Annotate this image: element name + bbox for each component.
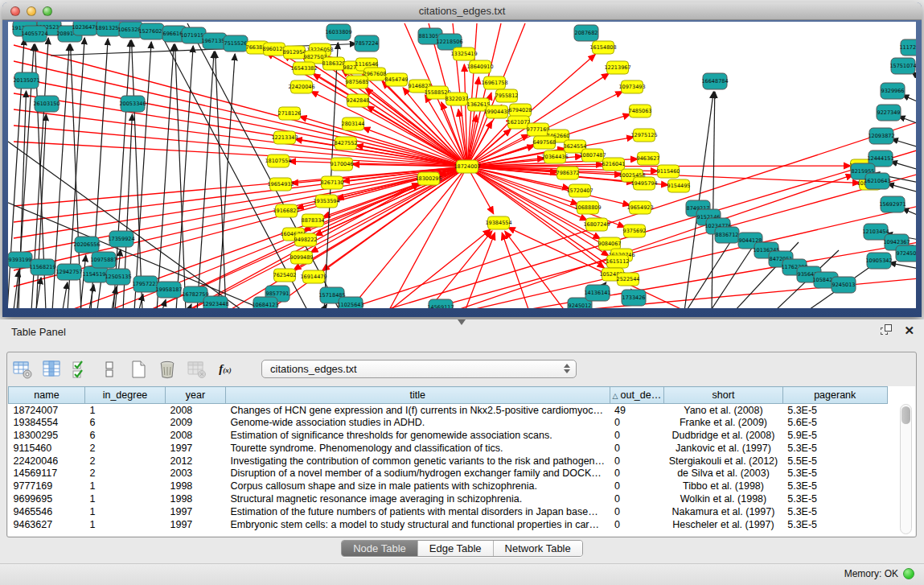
table-selector[interactable]: citations_edges.txt [261, 360, 577, 378]
table-row[interactable]: 977716911998Corpus callosum shape and si… [9, 480, 888, 492]
black-edge[interactable] [113, 40, 130, 308]
black-edge[interactable] [898, 116, 916, 124]
table-cell[interactable]: Jankovic et al. (1997) [664, 442, 783, 455]
black-edge[interactable] [189, 304, 191, 308]
table-row[interactable]: 946554611997Estimation of the future num… [9, 505, 888, 518]
table-cell[interactable]: 1997 [166, 505, 226, 518]
table-cell[interactable]: Tibbo et al. (1998) [664, 480, 783, 492]
scrollbar-thumb[interactable] [901, 406, 910, 424]
red-edge[interactable] [14, 45, 467, 167]
pane-toggle-icon[interactable] [99, 359, 120, 380]
red-edge[interactable] [14, 142, 467, 167]
table-cell[interactable]: 5.3E-5 [782, 492, 887, 505]
table-cell[interactable]: 1 [85, 492, 166, 505]
table-cell[interactable]: 1997 [166, 518, 226, 531]
black-edge[interactable] [712, 92, 715, 308]
table-cell[interactable]: 2 [85, 455, 166, 468]
table-cell[interactable]: Embryonic stem cells: a model to study s… [226, 518, 610, 531]
table-cell[interactable]: 5.3E-5 [782, 404, 887, 417]
table-row[interactable]: 969969511998Structural magnetic resonanc… [9, 492, 888, 505]
table-cell[interactable]: 1 [85, 404, 166, 417]
table-cell[interactable]: 9465546 [9, 505, 85, 518]
table-row[interactable]: 2242004622012Investigating the contribut… [9, 455, 888, 468]
table-cell[interactable]: 2 [85, 442, 166, 455]
table-cell[interactable]: Dudbridge et al. (2008) [664, 429, 783, 442]
column-header-title[interactable]: title [226, 387, 610, 404]
table-cell[interactable]: 5.3E-5 [782, 518, 887, 531]
table-cell[interactable]: 18724007 [9, 404, 85, 417]
black-edge[interactable] [63, 282, 68, 308]
table-cell[interactable]: 0 [610, 492, 664, 505]
table-cell[interactable]: 18300295 [9, 429, 85, 442]
table-cell[interactable]: 0 [610, 455, 664, 468]
table-cell[interactable]: 6 [85, 416, 166, 429]
table-row[interactable]: 1938455462009Genome-wide association stu… [9, 416, 888, 429]
tab-edge-table[interactable]: Edge Table [417, 541, 493, 556]
table-cell[interactable]: 1 [85, 518, 166, 531]
delete-icon[interactable] [157, 359, 178, 380]
table-cell[interactable]: Yano et al. (2008) [664, 404, 783, 417]
table-settings-icon[interactable] [12, 359, 33, 380]
function-builder-icon[interactable]: f(x) [215, 359, 236, 380]
column-visibility-icon[interactable] [41, 359, 62, 380]
table-cell[interactable]: 0 [610, 518, 664, 531]
column-header-name[interactable]: name [9, 387, 85, 404]
column-header-year[interactable]: year [166, 387, 226, 404]
table-cell[interactable]: 1998 [166, 480, 226, 492]
table-row[interactable]: 1830029562008Estimation of significance … [9, 429, 888, 442]
table-cell[interactable]: de Silva et al. (2003) [664, 467, 783, 480]
table-cell[interactable]: Corpus callosum shape and size in male p… [226, 480, 610, 492]
table-cell[interactable]: Tourette syndrome. Phenomenology and cla… [226, 442, 610, 455]
red-edge[interactable] [14, 167, 467, 206]
network-graph[interactable]: 1872400718300295193845541913255020025236… [8, 22, 916, 308]
network-canvas[interactable]: 1872400718300295193845541913255020025236… [8, 22, 916, 308]
table-cell[interactable]: 0 [610, 467, 664, 480]
table-cell[interactable]: 5.9E-5 [782, 429, 887, 442]
table-cell[interactable]: 2008 [166, 404, 226, 417]
table-cell[interactable]: 0 [610, 480, 664, 492]
close-panel-icon[interactable]: ✕ [904, 324, 914, 336]
tab-network-table[interactable]: Network Table [493, 541, 582, 556]
table-cell[interactable]: Franke et al. (2009) [664, 416, 783, 429]
red-edge[interactable] [14, 93, 467, 167]
table-row[interactable]: 911546021997Tourette syndrome. Phenomeno… [9, 442, 888, 455]
table-cell[interactable]: 1 [85, 480, 166, 492]
table-cell[interactable]: 0 [610, 429, 664, 442]
black-edge[interactable] [324, 43, 338, 308]
column-header-pagerank[interactable]: pagerank [782, 387, 887, 404]
table-cell[interactable]: Genome-wide association studies in ADHD. [226, 416, 610, 429]
table-cell[interactable]: 22420046 [9, 455, 85, 468]
table-cell[interactable]: 49 [610, 404, 664, 417]
table-cell[interactable]: Wolkin et al. (1998) [664, 492, 783, 505]
table-cell[interactable]: 2009 [166, 416, 226, 429]
table-cell[interactable]: 2003 [166, 467, 226, 480]
table-cell[interactable]: 5.6E-5 [782, 416, 887, 429]
red-edge[interactable] [465, 233, 495, 308]
column-header-out_de[interactable]: △out_de… [610, 387, 664, 404]
column-header-in_degree[interactable]: in_degree [85, 387, 166, 404]
tab-node-table[interactable]: Node Table [342, 541, 417, 556]
red-edge[interactable] [427, 231, 492, 308]
table-cell[interactable]: Estimation of the future numbers of pati… [226, 505, 610, 518]
node-table[interactable]: namein_degreeyeartitle△out_de…shortpager… [8, 386, 888, 530]
table-cell[interactable]: 1998 [166, 492, 226, 505]
table-cell[interactable]: 2008 [166, 429, 226, 442]
table-cell[interactable]: 2 [85, 467, 166, 480]
table-cell[interactable]: 9115460 [9, 442, 85, 455]
new-table-icon[interactable] [128, 359, 149, 380]
table-cell[interactable]: 14569117 [9, 467, 85, 480]
red-edge[interactable] [14, 167, 467, 238]
table-row[interactable]: 1872400712008Changes of HCN gene express… [9, 404, 888, 417]
table-cell[interactable]: Investigating the contribution of common… [226, 455, 610, 468]
black-edge[interactable] [890, 162, 916, 170]
column-header-short[interactable]: short [664, 387, 783, 404]
table-row[interactable]: 1456911722003Disruption of a novel membe… [9, 467, 888, 480]
memory-status-icon[interactable] [903, 568, 914, 579]
table-vertical-scrollbar[interactable] [900, 404, 912, 534]
table-cell[interactable]: 9777169 [9, 480, 85, 492]
table-cell[interactable]: 5.3E-5 [782, 480, 887, 492]
table-cell[interactable]: 0 [610, 442, 664, 455]
network-window-titlebar[interactable]: citations_edges.txt [2, 2, 922, 20]
red-edge[interactable] [14, 167, 467, 270]
table-row[interactable]: 946362711997Embryonic stem cells: a mode… [9, 518, 888, 531]
